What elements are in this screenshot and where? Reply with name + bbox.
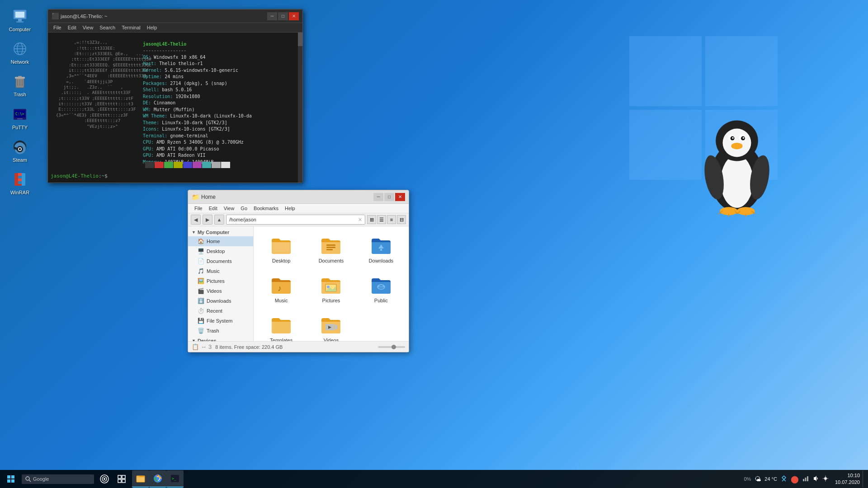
fm-menu-view[interactable]: View — [221, 205, 237, 212]
fm-sidebar-desktop[interactable]: 🖥️ Desktop — [188, 246, 253, 256]
svg-rect-86 — [807, 476, 808, 481]
fm-mycomputer-header[interactable]: ▼ My Computer — [188, 228, 253, 236]
fm-forward-btn[interactable]: ▶ — [203, 215, 212, 225]
terminal-maximize-btn[interactable]: □ — [278, 12, 288, 20]
fm-menu-go[interactable]: Go — [238, 205, 250, 212]
fm-path-bar[interactable]: /home/jason ✕ — [226, 215, 365, 225]
fm-back-btn[interactable]: ◀ — [191, 215, 201, 225]
trash-icon-label: Trash — [14, 92, 26, 98]
fm-sidebar-recent[interactable]: ⏱️ Recent — [188, 306, 253, 316]
taskbar-filemanager-btn[interactable] — [132, 470, 149, 488]
tray-battery-icon[interactable]: 0% — [743, 475, 752, 483]
fm-menu-file[interactable]: File — [192, 205, 205, 212]
terminal-scrollbar-thumb[interactable] — [298, 33, 302, 46]
taskbar-start-btn[interactable] — [2, 470, 20, 488]
fm-documents-folder-icon — [320, 235, 342, 256]
fm-icon-view-btn[interactable]: ⊞ — [367, 215, 376, 224]
tray-brightness-icon[interactable] — [821, 474, 830, 484]
fm-up-btn[interactable]: ▲ — [214, 215, 224, 225]
fm-menu-edit[interactable]: Edit — [206, 205, 220, 212]
desktop-icon-steam[interactable]: Steam — [4, 135, 36, 166]
svg-point-8 — [732, 137, 734, 139]
fm-item-pictures[interactable]: Pictures — [308, 271, 354, 307]
terminal-menu-edit[interactable]: Edit — [65, 24, 79, 31]
fm-videos-label2: Videos — [324, 338, 339, 341]
tray-temp-text: 24 °C — [764, 475, 778, 483]
tray-network-icon[interactable] — [802, 474, 810, 484]
fm-titlebar[interactable]: 📁 Home ─ □ ✕ — [188, 190, 409, 204]
terminal-close-btn[interactable]: ✕ — [289, 12, 299, 20]
svg-point-10 — [731, 143, 742, 149]
fm-list-view-btn[interactable]: ≡ — [387, 215, 396, 224]
fm-path-clear-btn[interactable]: ✕ — [358, 217, 362, 223]
fm-statusbar: 📋 ↔ 3 8 items. Free space: 220.4 GB — [188, 341, 409, 352]
fm-sidebar-home[interactable]: 🏠 Home — [188, 236, 253, 246]
fm-sidebar-pictures[interactable]: 🖼️ Pictures — [188, 276, 253, 286]
fm-devices-header[interactable]: ▼ Devices — [188, 337, 253, 341]
fm-sidebar-music[interactable]: 🎵 Music — [188, 266, 253, 276]
fm-zoom-slider[interactable] — [378, 346, 405, 348]
desktop-icon-network[interactable]: Network — [4, 37, 36, 68]
fm-item-public[interactable]: Public — [358, 271, 404, 307]
fm-detail-view-btn[interactable]: ⊟ — [397, 215, 406, 224]
fm-statusbar-icon-2[interactable]: ↔ — [201, 343, 207, 350]
videos-folder-icon: 🎬 — [197, 287, 204, 295]
fm-item-templates[interactable]: Templates — [258, 310, 304, 341]
fm-public-folder-icon — [370, 274, 392, 296]
terminal-minimize-btn[interactable]: ─ — [267, 12, 277, 20]
fm-compact-view-btn[interactable]: ☰ — [377, 215, 386, 224]
svg-point-81 — [156, 477, 160, 480]
svg-point-73 — [104, 478, 105, 480]
desktop-icon-winrar[interactable]: WinRAR — [4, 168, 36, 198]
taskbar-taskview-btn[interactable] — [113, 470, 130, 488]
fm-item-downloads[interactable]: Downloads — [358, 231, 404, 267]
fm-item-music[interactable]: ♪ Music — [258, 271, 304, 307]
tray-weather-icon[interactable]: 🌤 — [754, 474, 762, 483]
taskbar-clock[interactable]: 10:10 10.07.2020 — [832, 472, 863, 486]
terminal-menu-file[interactable]: File — [51, 24, 64, 31]
fm-sidebar-videos[interactable]: 🎬 Videos — [188, 286, 253, 296]
fm-statusbar-icon-1[interactable]: 📋 — [192, 343, 199, 350]
pictures-folder-icon: 🖼️ — [197, 277, 204, 285]
taskbar-terminal-btn[interactable]: >_ — [166, 470, 184, 488]
fm-zoom-thumb[interactable] — [392, 345, 396, 349]
fm-filesystem-label: File System — [207, 318, 232, 324]
fm-sidebar-documents[interactable]: 📄 Documents — [188, 256, 253, 266]
tray-sound-icon[interactable] — [811, 474, 820, 484]
terminal-menu-help[interactable]: Help — [144, 24, 160, 31]
terminal-scrollbar[interactable] — [298, 33, 302, 183]
recent-icon: ⏱️ — [197, 307, 204, 314]
fm-sidebar-trash[interactable]: 🗑️ Trash — [188, 326, 253, 336]
fm-section-devices: ▼ Devices 💿 writable ⏏ 💿 Linuxfx 10.3.1 … — [188, 337, 253, 341]
fm-sidebar-filesystem[interactable]: 💾 File System — [188, 316, 253, 326]
tray-antivirus-icon[interactable]: ⬤ — [790, 474, 800, 484]
fm-close-btn[interactable]: ✕ — [395, 193, 405, 201]
fm-maximize-btn[interactable]: □ — [384, 193, 394, 201]
fm-menu-help[interactable]: Help — [282, 205, 298, 212]
desktop-icon-trash[interactable]: Trash — [4, 70, 36, 100]
steam-icon-label: Steam — [13, 157, 27, 163]
fm-sidebar-downloads[interactable]: ⬇️ Downloads — [188, 296, 253, 306]
fm-item-videos[interactable]: Videos — [308, 310, 354, 341]
terminal-menu-search[interactable]: Search — [97, 24, 118, 31]
tray-bluetooth-icon[interactable] — [780, 474, 788, 484]
terminal-menu-view[interactable]: View — [80, 24, 96, 31]
fm-item-desktop[interactable]: Desktop — [258, 231, 304, 267]
desktop-icon-computer[interactable]: Computer — [4, 5, 36, 35]
tux-penguin — [692, 104, 782, 230]
taskbar-chrome-btn[interactable] — [149, 470, 166, 488]
fm-menu-bookmarks[interactable]: Bookmarks — [251, 205, 281, 212]
terminal-titlebar[interactable]: ⬛ jason@L4E-Thelio: ~ ─ □ ✕ — [48, 9, 302, 23]
svg-line-70 — [29, 480, 31, 482]
tux-svg — [696, 108, 778, 226]
terminal-menu-terminal[interactable]: Terminal — [119, 24, 143, 31]
fm-section-mycomputer: ▼ My Computer 🏠 Home 🖥️ Desktop 📄 Docume… — [188, 228, 253, 336]
svg-rect-65 — [7, 475, 10, 479]
taskbar-show-desktop-btn[interactable] — [863, 470, 866, 488]
fm-item-documents[interactable]: Documents — [308, 231, 354, 267]
taskbar-search-box[interactable]: Google — [22, 474, 94, 484]
fm-minimize-btn[interactable]: ─ — [373, 193, 383, 201]
taskbar-cortana-btn[interactable] — [96, 470, 113, 488]
desktop-icons-panel: Computer Network Trash C:\> PuTTY Steam — [0, 0, 40, 203]
desktop-icon-putty[interactable]: C:\> PuTTY — [4, 103, 36, 133]
